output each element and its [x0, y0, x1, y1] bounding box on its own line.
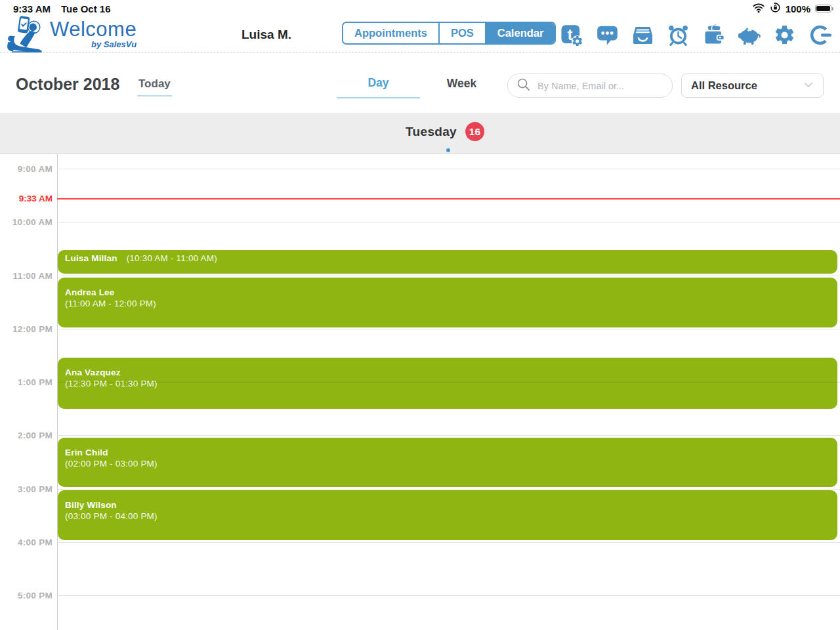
hour-gridline — [57, 542, 840, 543]
text-gear-icon[interactable]: t — [560, 23, 584, 47]
hour-gridline — [57, 595, 840, 596]
appointment-erin-child[interactable]: Erin Child (02:00 PM - 03:00 PM) — [58, 438, 837, 487]
current-time-label: 9:33 AM — [0, 194, 52, 203]
appointment-time: (10:30 AM - 11:00 AM) — [127, 253, 217, 264]
hour-gridline — [57, 435, 840, 436]
appointment-ana-vazquez[interactable]: Ana Vazquez (12:30 PM - 01:30 PM) — [58, 358, 837, 409]
settings-gear-icon[interactable] — [772, 23, 797, 47]
day-header[interactable]: Tuesday 16 — [0, 113, 840, 154]
appointment-name: Erin Child — [65, 448, 837, 459]
search-input[interactable] — [537, 81, 664, 91]
hour-gridline — [57, 276, 840, 276]
header-icon-row: t — [560, 20, 832, 50]
orientation-lock-icon — [770, 2, 781, 15]
weekday-label: Tuesday — [406, 125, 457, 139]
hour-label: 11:00 AM — [0, 271, 52, 281]
user-name: Luisa M. — [242, 28, 291, 42]
battery-icon — [815, 5, 833, 12]
status-date: Tue Oct 16 — [61, 3, 111, 14]
chevron-down-icon — [802, 78, 815, 94]
appointment-billy-wilson[interactable]: Billy Wilson (03:00 PM - 04:00 PM) — [58, 490, 837, 540]
hour-label: 10:00 AM — [0, 217, 52, 227]
appointment-andrea-lee[interactable]: Andrea Lee (11:00 AM - 12:00 PM) — [58, 278, 837, 327]
hour-gridline — [57, 489, 840, 490]
app-screen: 9:33 AM Tue Oct 16 100% — [0, 0, 840, 630]
status-bar: 9:33 AM Tue Oct 16 100% — [0, 0, 840, 17]
tab-calendar[interactable]: Calendar — [486, 23, 555, 43]
hour-label: 9:00 AM — [0, 164, 52, 174]
hour-label: 1:00 PM — [0, 377, 52, 387]
hour-label: 5:00 PM — [0, 591, 52, 600]
hour-gridline — [57, 169, 840, 169]
month-title: October 2018 — [16, 75, 119, 94]
alarm-clock-icon[interactable] — [666, 23, 690, 47]
messages-icon[interactable] — [595, 23, 620, 47]
wallet-icon[interactable] — [702, 23, 726, 47]
mode-switcher: Appointments POS Calendar — [342, 22, 556, 45]
search-icon — [516, 77, 531, 94]
tab-appointments[interactable]: Appointments — [343, 23, 440, 43]
resource-filter-value: All Resource — [691, 79, 757, 92]
appointment-name: Ana Vazquez — [65, 368, 837, 379]
appointment-name: Luisa Millan — [65, 253, 117, 264]
tab-pos[interactable]: POS — [440, 23, 486, 43]
appointment-time: (11:00 AM - 12:00 PM) — [65, 299, 837, 310]
app-header: Welcome by SalesVu Luisa M. Appointments… — [0, 17, 840, 52]
status-time: 9:33 AM — [13, 3, 51, 14]
wifi-icon — [752, 3, 765, 15]
calendar-toolbar: October 2018 Today Day Week All Resource — [0, 52, 840, 113]
appointment-luisa-millan[interactable]: Luisa Millan (10:30 AM - 11:00 AM) — [58, 250, 837, 274]
logo-subtitle: by SalesVu — [50, 39, 136, 49]
search-box[interactable] — [507, 74, 673, 98]
archive-tray-icon[interactable] — [631, 23, 655, 47]
hour-label: 2:00 PM — [0, 430, 52, 440]
battery-percent: 100% — [786, 3, 810, 14]
resource-filter-dropdown[interactable]: All Resource — [681, 74, 824, 98]
tab-day[interactable]: Day — [337, 76, 420, 98]
logout-icon[interactable] — [808, 23, 832, 47]
today-button[interactable]: Today — [137, 77, 172, 96]
day-schedule-grid[interactable]: 9:00 AM 10:00 AM 11:00 AM 12:00 PM 1:00 … — [0, 154, 840, 630]
salesvu-logo: Welcome by SalesVu — [7, 16, 136, 56]
page-indicator-dot — [446, 148, 450, 152]
day-number-badge: 16 — [465, 122, 484, 141]
appointment-name: Billy Wilson — [65, 500, 837, 511]
appointment-name: Andrea Lee — [65, 287, 837, 299]
appointment-time: (02:00 PM - 03:00 PM) — [65, 459, 837, 470]
hour-gridline — [57, 329, 840, 329]
appointment-time: (03:00 PM - 04:00 PM) — [65, 511, 837, 522]
tab-week[interactable]: Week — [420, 76, 503, 98]
hour-label: 3:00 PM — [0, 484, 52, 494]
appointment-time: (12:30 PM - 01:30 PM) — [65, 379, 837, 390]
hour-label: 4:00 PM — [0, 537, 52, 547]
piggy-bank-icon[interactable] — [737, 23, 761, 47]
hour-gridline — [57, 222, 840, 222]
current-time-line — [57, 198, 840, 200]
view-switcher: Day Week — [337, 76, 503, 98]
salesvu-logo-illustration — [7, 16, 47, 56]
logo-title: Welcome — [50, 18, 136, 41]
hour-label: 12:00 PM — [0, 324, 52, 334]
